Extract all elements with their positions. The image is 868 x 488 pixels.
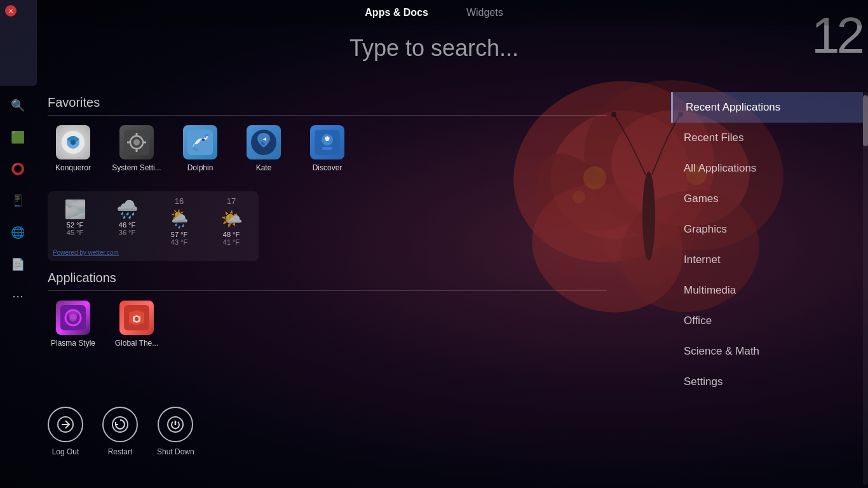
search-placeholder: Type to search...: [349, 35, 519, 62]
shutdown-button[interactable]: Shut Down: [157, 407, 194, 456]
weather-widget: 🌫️ 52 °F 45 °F 🌧️ 46 °F 36 °F 16 🌦️ 57 °…: [48, 191, 259, 261]
weather-day3-num: 16: [175, 196, 184, 206]
category-internet[interactable]: Internet: [671, 245, 863, 275]
weather-day-3: 16 🌦️ 57 °F 43 °F: [157, 196, 201, 246]
system-settings-label: System Setti...: [112, 163, 161, 172]
categories-list: Recent Applications Recent Files All App…: [671, 89, 863, 488]
window-close-button[interactable]: ✕: [5, 5, 17, 17]
weather-attribution[interactable]: Powered by wetter.com: [53, 249, 254, 256]
top-navigation-bar: Apps & Docs Widgets: [0, 0, 868, 25]
konqueror-label: Konqueror: [55, 163, 91, 172]
favorites-section: Favorites Konqueror: [48, 95, 607, 172]
shutdown-icon: [158, 407, 193, 442]
discover-icon: [310, 125, 344, 159]
discover-label: Discover: [313, 163, 342, 172]
favorites-divider: [48, 115, 607, 116]
svg-rect-20: [136, 148, 138, 152]
restart-icon: [102, 407, 138, 442]
konqueror-icon: [56, 125, 90, 159]
svg-point-36: [112, 417, 128, 432]
system-settings-icon: [119, 125, 154, 159]
svg-point-18: [133, 139, 140, 146]
tab-widgets[interactable]: Widgets: [460, 4, 510, 22]
applications-header: Applications: [48, 271, 607, 285]
logout-icon: [48, 407, 83, 442]
svg-rect-23: [187, 130, 213, 155]
kate-icon: [247, 125, 281, 159]
svg-point-34: [135, 317, 139, 321]
app-system-settings[interactable]: System Setti...: [111, 125, 162, 172]
weather-day-1: 🌫️ 52 °F 45 °F: [53, 196, 97, 246]
favorites-header: Favorites: [48, 95, 607, 110]
sidebar-icon-doc[interactable]: 📄: [8, 254, 28, 274]
scrollbar-thumb[interactable]: [863, 95, 868, 146]
left-sidebar: 🔍 🟩 ⭕ 📱 🌐 📄 ⋯: [0, 89, 35, 313]
apps-grid: Plasma Style Global The...: [48, 301, 607, 348]
category-graphics[interactable]: Graphics: [671, 214, 863, 245]
sidebar-icon-globe[interactable]: 🌐: [8, 222, 28, 243]
window-thumbnail: ✕: [0, 0, 37, 86]
svg-rect-19: [136, 133, 138, 137]
sidebar-icon-tablet[interactable]: 📱: [8, 191, 28, 211]
right-panel-categories: Recent Applications Recent Files All App…: [671, 89, 868, 488]
app-plasma-style[interactable]: Plasma Style: [48, 301, 98, 348]
logout-button[interactable]: Log Out: [48, 407, 83, 456]
sidebar-icon-circle[interactable]: ⭕: [8, 159, 28, 179]
global-themes-icon: [119, 301, 154, 335]
svg-rect-22: [142, 142, 146, 144]
dolphin-icon: [183, 125, 217, 159]
plasma-style-icon: [56, 301, 90, 335]
app-konqueror[interactable]: Konqueror: [48, 125, 98, 172]
category-games[interactable]: Games: [671, 184, 863, 214]
category-settings[interactable]: Settings: [671, 367, 863, 397]
svg-point-24: [202, 139, 205, 141]
search-area[interactable]: Type to search...: [0, 35, 868, 62]
weather-day-2: 🌧️ 46 °F 36 °F: [105, 196, 149, 246]
sidebar-icon-dots[interactable]: ⋯: [8, 286, 28, 306]
category-recent-files[interactable]: Recent Files: [671, 123, 863, 153]
weather-row: 🌫️ 52 °F 45 °F 🌧️ 46 °F 36 °F 16 🌦️ 57 °…: [53, 196, 254, 246]
plasma-style-label: Plasma Style: [51, 339, 95, 348]
svg-point-26: [261, 140, 266, 145]
category-office[interactable]: Office: [671, 306, 863, 336]
weather-day-4: 17 🌤️ 48 °F 41 °F: [209, 196, 254, 246]
tab-apps-docs[interactable]: Apps & Docs: [358, 4, 435, 22]
svg-rect-21: [127, 142, 131, 144]
bottom-controls: Log Out Restart Shut Down: [35, 400, 207, 463]
category-recent-applications[interactable]: Recent Applications: [671, 92, 863, 123]
sidebar-icon-search[interactable]: 🔍: [8, 95, 28, 116]
favorites-grid: Konqueror System Setti...: [48, 125, 607, 172]
app-dolphin[interactable]: Dolphin: [175, 125, 226, 172]
applications-divider: [48, 290, 607, 291]
category-science-math[interactable]: Science & Math: [671, 336, 863, 367]
dolphin-label: Dolphin: [187, 163, 214, 172]
shutdown-label: Shut Down: [157, 447, 194, 456]
category-all-applications[interactable]: All Applications: [671, 153, 863, 184]
applications-section: Applications Plasma Style: [48, 271, 607, 348]
svg-rect-29: [322, 147, 332, 150]
app-discover[interactable]: Discover: [302, 125, 353, 172]
svg-point-15: [71, 140, 76, 145]
logout-label: Log Out: [52, 447, 79, 456]
kate-label: Kate: [256, 163, 272, 172]
category-multimedia[interactable]: Multimedia: [671, 275, 863, 306]
app-global-themes[interactable]: Global The...: [111, 301, 162, 348]
restart-button[interactable]: Restart: [102, 407, 138, 456]
global-themes-label: Global The...: [115, 339, 158, 348]
sidebar-icon-green[interactable]: 🟩: [8, 127, 28, 147]
scrollbar-track[interactable]: [863, 92, 868, 485]
restart-label: Restart: [108, 447, 133, 456]
app-kate[interactable]: Kate: [238, 125, 289, 172]
